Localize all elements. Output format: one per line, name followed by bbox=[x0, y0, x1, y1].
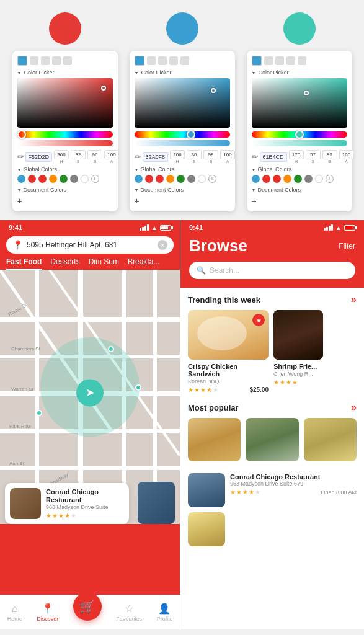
category-desserts[interactable]: Desserts bbox=[50, 257, 79, 270]
opacity-bar-red[interactable] bbox=[17, 140, 113, 146]
add-doc-color-btn-b[interactable]: + bbox=[135, 196, 140, 206]
category-dimsum[interactable]: Dim Sum bbox=[89, 257, 119, 270]
popular-list-item-2[interactable] bbox=[188, 512, 357, 546]
s-input-b[interactable]: 80 bbox=[187, 150, 202, 159]
filter-button[interactable]: Filter bbox=[339, 242, 355, 251]
b-input-t[interactable]: 89 bbox=[322, 150, 337, 159]
h-input-t[interactable]: 170 bbox=[289, 150, 304, 159]
picker-label-teal[interactable]: Color Picker bbox=[252, 69, 347, 76]
picker-label-blue[interactable]: Color Picker bbox=[135, 69, 230, 76]
hex-row-red: ✏ F52D2D 360 H 82 S 96 B 100 A bbox=[17, 150, 113, 164]
doc-colors-label-t[interactable]: Document Colors bbox=[252, 187, 347, 193]
eyedropper-icon-t[interactable]: ✏ bbox=[252, 153, 258, 161]
color-swatch-t-outline[interactable] bbox=[315, 175, 323, 183]
hue-bar-red[interactable] bbox=[17, 131, 113, 138]
popular-list-item-1[interactable]: Conrad Chicago Restaurant 963 Madyson Dr… bbox=[188, 473, 357, 507]
trending-title: Trending this week bbox=[188, 295, 260, 304]
search-input-bar[interactable]: 🔍 Search... bbox=[189, 262, 355, 279]
trending-card-1[interactable]: ★ Crispy Chicken Sandwich Korean BBQ ★ ★… bbox=[188, 310, 269, 393]
gradient-box-teal[interactable] bbox=[252, 78, 347, 128]
color-swatch-b4[interactable] bbox=[166, 175, 174, 183]
color-swatch-t2[interactable] bbox=[262, 175, 270, 183]
battery-icon bbox=[160, 225, 171, 231]
gradient-box-red[interactable] bbox=[17, 78, 113, 128]
picker-label-red[interactable]: Color Picker bbox=[17, 69, 113, 76]
s-input[interactable]: 82 bbox=[71, 150, 86, 159]
add-color-btn-t[interactable]: + bbox=[326, 175, 334, 183]
doc-colors-label[interactable]: Document Colors bbox=[17, 187, 113, 193]
color-swatch-t6[interactable] bbox=[304, 175, 313, 183]
hue-bar-teal[interactable] bbox=[252, 131, 347, 138]
eyedropper-icon[interactable]: ✏ bbox=[17, 153, 24, 161]
toolbar-icon-t4 bbox=[298, 56, 306, 65]
global-colors-label-b[interactable]: Global Colors bbox=[135, 166, 230, 172]
popular-img-1[interactable] bbox=[188, 418, 241, 464]
nav-discover[interactable]: 📍 Discover bbox=[37, 603, 58, 622]
color-swatch-outline[interactable] bbox=[81, 175, 89, 183]
add-doc-color-btn-t[interactable]: + bbox=[252, 196, 257, 206]
color-swatch-red[interactable] bbox=[28, 175, 36, 183]
gradient-box-blue[interactable] bbox=[135, 78, 230, 128]
popular-see-more[interactable]: » bbox=[351, 402, 357, 413]
h-input-b[interactable]: 206 bbox=[170, 150, 185, 159]
toolbar-swatch-blue[interactable] bbox=[135, 56, 144, 66]
color-swatch-orange[interactable] bbox=[49, 175, 57, 183]
eyedropper-icon-b[interactable]: ✏ bbox=[135, 153, 141, 161]
color-swatch-b1[interactable] bbox=[135, 175, 143, 183]
global-colors-label[interactable]: Global Colors bbox=[17, 166, 113, 172]
color-swatch-t3[interactable] bbox=[273, 175, 281, 183]
app-section: 9:41 ▲ 📍 5095 Hettinger Hill Apt. 681 ✕ bbox=[0, 220, 364, 629]
color-swatch-b-outline[interactable] bbox=[198, 175, 206, 183]
search-bar[interactable]: 📍 5095 Hettinger Hill Apt. 681 ✕ bbox=[6, 236, 174, 254]
color-swatch-b5[interactable] bbox=[177, 175, 185, 183]
category-breakfast[interactable]: Breakfa... bbox=[128, 257, 159, 270]
add-doc-color-btn[interactable]: + bbox=[17, 196, 22, 206]
global-colors-label-t[interactable]: Global Colors bbox=[252, 166, 347, 172]
clear-search-button[interactable]: ✕ bbox=[158, 240, 167, 250]
a-input[interactable]: 100 bbox=[104, 150, 119, 159]
trending-see-more[interactable]: » bbox=[351, 294, 357, 305]
color-swatch-b6[interactable] bbox=[187, 175, 195, 183]
nav-cart[interactable]: 🛒 bbox=[73, 605, 102, 621]
popular-img-3[interactable] bbox=[304, 418, 357, 464]
color-swatch-gray[interactable] bbox=[70, 175, 78, 183]
restaurant-card[interactable]: Conrad Chicago Restaurant 963 Madyson Dr… bbox=[5, 483, 129, 524]
hex-input-teal[interactable]: 61E4CD bbox=[260, 152, 287, 162]
restaurant-address: 963 Madyson Drive Suite bbox=[46, 504, 124, 510]
b-input[interactable]: 96 bbox=[87, 150, 102, 159]
a-input-t[interactable]: 100 bbox=[339, 150, 354, 159]
nav-favourites[interactable]: ☆ Favourites bbox=[116, 603, 142, 622]
opacity-bar-blue[interactable] bbox=[135, 140, 230, 146]
nav-home[interactable]: ⌂ Home bbox=[7, 603, 22, 622]
b-input-b[interactable]: 98 bbox=[203, 150, 218, 159]
color-swatch-t1[interactable] bbox=[252, 175, 260, 183]
color-swatch-blue[interactable] bbox=[17, 175, 25, 183]
add-color-btn-b[interactable]: + bbox=[208, 175, 216, 183]
color-swatch-red2[interactable] bbox=[38, 175, 47, 183]
toolbar-icon-1 bbox=[30, 56, 38, 65]
hex-input-red[interactable]: F52D2D bbox=[25, 152, 53, 162]
navigation-button[interactable]: ➤ bbox=[76, 379, 104, 406]
cart-button[interactable]: 🛒 bbox=[73, 592, 102, 621]
opacity-bar-teal[interactable] bbox=[252, 140, 347, 146]
category-fastfood[interactable]: Fast Food bbox=[6, 257, 42, 270]
toolbar-swatch-teal[interactable] bbox=[252, 56, 262, 66]
s-input-t[interactable]: 57 bbox=[306, 150, 321, 159]
nav-profile[interactable]: 👤 Profile bbox=[157, 603, 173, 622]
color-swatch-green[interactable] bbox=[60, 175, 68, 183]
popular-img-2[interactable] bbox=[246, 418, 298, 464]
color-swatch-t4[interactable] bbox=[283, 175, 291, 183]
map-area[interactable]: Rouse St Chambers St Warren St Park Row … bbox=[0, 270, 180, 524]
color-swatch-b2[interactable] bbox=[145, 175, 153, 183]
color-swatch-t5[interactable] bbox=[294, 175, 302, 183]
add-color-btn[interactable]: + bbox=[91, 175, 99, 183]
hue-bar-blue[interactable] bbox=[135, 131, 230, 138]
h-input[interactable]: 360 bbox=[54, 150, 69, 159]
open-time: Open 8:00 AM bbox=[321, 489, 357, 495]
a-input-b[interactable]: 100 bbox=[220, 150, 235, 159]
trending-card-2[interactable]: Shrimp Frie... Chen Wong R... ★ ★ ★ ★ bbox=[273, 310, 323, 393]
doc-colors-label-b[interactable]: Document Colors bbox=[135, 187, 230, 193]
color-swatch-b3[interactable] bbox=[156, 175, 164, 183]
toolbar-swatch[interactable] bbox=[17, 56, 27, 66]
hex-input-blue[interactable]: 32A0F8 bbox=[143, 152, 169, 162]
